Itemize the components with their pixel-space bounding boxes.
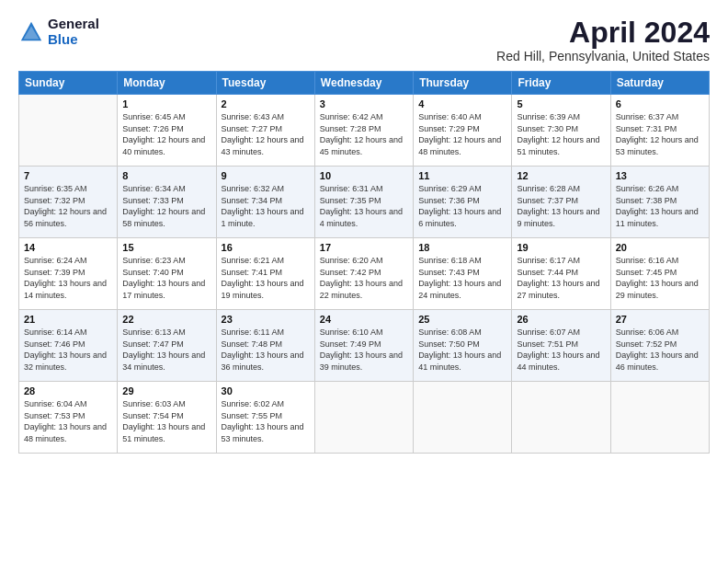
cell-info: Sunrise: 6:21 AMSunset: 7:41 PMDaylight:… (222, 255, 310, 301)
cell-date: 21 (24, 314, 112, 325)
logo-text: General Blue (48, 17, 99, 47)
calendar-cell: 17Sunrise: 6:20 AMSunset: 7:42 PMDayligh… (314, 238, 413, 310)
cell-date: 4 (418, 98, 506, 109)
calendar-cell: 4Sunrise: 6:40 AMSunset: 7:29 PMDaylight… (414, 95, 512, 167)
cell-info: Sunrise: 6:45 AMSunset: 7:26 PMDaylight:… (122, 111, 210, 157)
cell-date: 5 (517, 98, 605, 109)
col-tuesday: Tuesday (216, 72, 314, 95)
calendar-row-1: 1Sunrise: 6:45 AMSunset: 7:26 PMDaylight… (19, 95, 710, 167)
calendar-cell: 14Sunrise: 6:24 AMSunset: 7:39 PMDayligh… (19, 238, 118, 310)
cell-info: Sunrise: 6:24 AMSunset: 7:39 PMDaylight:… (24, 255, 112, 301)
header-row: Sunday Monday Tuesday Wednesday Thursday… (19, 72, 710, 95)
logo-general: General (48, 17, 99, 32)
cell-info: Sunrise: 6:20 AMSunset: 7:42 PMDaylight:… (320, 255, 408, 301)
cell-info: Sunrise: 6:08 AMSunset: 7:50 PMDaylight:… (418, 327, 506, 373)
calendar-cell (512, 382, 610, 454)
cell-info: Sunrise: 6:32 AMSunset: 7:34 PMDaylight:… (222, 183, 310, 229)
calendar-cell: 28Sunrise: 6:04 AMSunset: 7:53 PMDayligh… (19, 382, 118, 454)
cell-date: 9 (222, 170, 310, 181)
cell-info: Sunrise: 6:43 AMSunset: 7:27 PMDaylight:… (222, 111, 310, 157)
col-friday: Friday (512, 72, 610, 95)
cell-info: Sunrise: 6:40 AMSunset: 7:29 PMDaylight:… (418, 111, 506, 157)
cell-date: 7 (24, 170, 112, 181)
calendar-cell: 23Sunrise: 6:11 AMSunset: 7:48 PMDayligh… (216, 310, 314, 382)
cell-info: Sunrise: 6:18 AMSunset: 7:43 PMDaylight:… (418, 255, 506, 301)
calendar-cell (19, 95, 118, 167)
calendar-cell: 9Sunrise: 6:32 AMSunset: 7:34 PMDaylight… (216, 167, 314, 238)
calendar-row-2: 7Sunrise: 6:35 AMSunset: 7:32 PMDaylight… (19, 167, 710, 238)
calendar-cell: 29Sunrise: 6:03 AMSunset: 7:54 PMDayligh… (118, 382, 216, 454)
cell-date: 12 (517, 170, 605, 181)
calendar-cell: 26Sunrise: 6:07 AMSunset: 7:51 PMDayligh… (512, 310, 610, 382)
calendar-cell (314, 382, 413, 454)
logo-icon (18, 19, 44, 45)
cell-date: 13 (616, 170, 704, 181)
calendar-row-5: 28Sunrise: 6:04 AMSunset: 7:53 PMDayligh… (19, 382, 710, 454)
cell-info: Sunrise: 6:28 AMSunset: 7:37 PMDaylight:… (517, 183, 605, 229)
calendar-cell: 6Sunrise: 6:37 AMSunset: 7:31 PMDaylight… (610, 95, 709, 167)
cell-info: Sunrise: 6:13 AMSunset: 7:47 PMDaylight:… (122, 327, 210, 373)
calendar-cell: 24Sunrise: 6:10 AMSunset: 7:49 PMDayligh… (314, 310, 413, 382)
month-title: April 2024 (496, 17, 710, 49)
cell-info: Sunrise: 6:14 AMSunset: 7:46 PMDaylight:… (24, 327, 112, 373)
cell-info: Sunrise: 6:07 AMSunset: 7:51 PMDaylight:… (517, 327, 605, 373)
cell-info: Sunrise: 6:04 AMSunset: 7:53 PMDaylight:… (24, 398, 112, 444)
calendar-cell: 20Sunrise: 6:16 AMSunset: 7:45 PMDayligh… (610, 238, 709, 310)
cell-date: 15 (122, 242, 210, 253)
cell-date: 16 (222, 242, 310, 253)
calendar-cell: 5Sunrise: 6:39 AMSunset: 7:30 PMDaylight… (512, 95, 610, 167)
calendar-cell: 15Sunrise: 6:23 AMSunset: 7:40 PMDayligh… (118, 238, 216, 310)
calendar-cell: 19Sunrise: 6:17 AMSunset: 7:44 PMDayligh… (512, 238, 610, 310)
calendar-cell: 16Sunrise: 6:21 AMSunset: 7:41 PMDayligh… (216, 238, 314, 310)
calendar-cell: 25Sunrise: 6:08 AMSunset: 7:50 PMDayligh… (414, 310, 512, 382)
cell-date: 14 (24, 242, 112, 253)
calendar-cell: 11Sunrise: 6:29 AMSunset: 7:36 PMDayligh… (414, 167, 512, 238)
cell-date: 28 (24, 385, 112, 396)
col-thursday: Thursday (414, 72, 512, 95)
calendar-cell: 30Sunrise: 6:02 AMSunset: 7:55 PMDayligh… (216, 382, 314, 454)
cell-date: 11 (418, 170, 506, 181)
cell-date: 25 (418, 314, 506, 325)
cell-info: Sunrise: 6:31 AMSunset: 7:35 PMDaylight:… (320, 183, 408, 229)
calendar-cell: 3Sunrise: 6:42 AMSunset: 7:28 PMDaylight… (314, 95, 413, 167)
cell-date: 3 (320, 98, 408, 109)
cell-date: 19 (517, 242, 605, 253)
cell-info: Sunrise: 6:23 AMSunset: 7:40 PMDaylight:… (122, 255, 210, 301)
calendar-cell: 12Sunrise: 6:28 AMSunset: 7:37 PMDayligh… (512, 167, 610, 238)
calendar-body: 1Sunrise: 6:45 AMSunset: 7:26 PMDaylight… (19, 95, 710, 454)
cell-date: 20 (616, 242, 704, 253)
cell-info: Sunrise: 6:26 AMSunset: 7:38 PMDaylight:… (616, 183, 704, 229)
cell-info: Sunrise: 6:02 AMSunset: 7:55 PMDaylight:… (222, 398, 310, 444)
cell-date: 6 (616, 98, 704, 109)
page: General Blue April 2024 Red Hill, Pennsy… (0, 0, 728, 563)
cell-info: Sunrise: 6:34 AMSunset: 7:33 PMDaylight:… (122, 183, 210, 229)
calendar-table: Sunday Monday Tuesday Wednesday Thursday… (18, 71, 710, 454)
cell-date: 1 (122, 98, 210, 109)
calendar-row-4: 21Sunrise: 6:14 AMSunset: 7:46 PMDayligh… (19, 310, 710, 382)
cell-info: Sunrise: 6:35 AMSunset: 7:32 PMDaylight:… (24, 183, 112, 229)
cell-date: 17 (320, 242, 408, 253)
cell-date: 29 (122, 385, 210, 396)
calendar-cell: 8Sunrise: 6:34 AMSunset: 7:33 PMDaylight… (118, 167, 216, 238)
calendar-cell: 2Sunrise: 6:43 AMSunset: 7:27 PMDaylight… (216, 95, 314, 167)
cell-date: 23 (222, 314, 310, 325)
cell-date: 8 (122, 170, 210, 181)
col-sunday: Sunday (19, 72, 118, 95)
cell-date: 22 (122, 314, 210, 325)
calendar-header: Sunday Monday Tuesday Wednesday Thursday… (19, 72, 710, 95)
logo-blue: Blue (48, 32, 99, 48)
col-saturday: Saturday (610, 72, 709, 95)
calendar-cell: 13Sunrise: 6:26 AMSunset: 7:38 PMDayligh… (610, 167, 709, 238)
cell-date: 30 (222, 385, 310, 396)
cell-date: 27 (616, 314, 704, 325)
col-monday: Monday (118, 72, 216, 95)
calendar-cell: 18Sunrise: 6:18 AMSunset: 7:43 PMDayligh… (414, 238, 512, 310)
header: General Blue April 2024 Red Hill, Pennsy… (18, 17, 710, 63)
cell-date: 10 (320, 170, 408, 181)
cell-info: Sunrise: 6:16 AMSunset: 7:45 PMDaylight:… (616, 255, 704, 301)
cell-info: Sunrise: 6:42 AMSunset: 7:28 PMDaylight:… (320, 111, 408, 157)
cell-info: Sunrise: 6:39 AMSunset: 7:30 PMDaylight:… (517, 111, 605, 157)
calendar-cell: 1Sunrise: 6:45 AMSunset: 7:26 PMDaylight… (118, 95, 216, 167)
cell-date: 24 (320, 314, 408, 325)
cell-info: Sunrise: 6:10 AMSunset: 7:49 PMDaylight:… (320, 327, 408, 373)
